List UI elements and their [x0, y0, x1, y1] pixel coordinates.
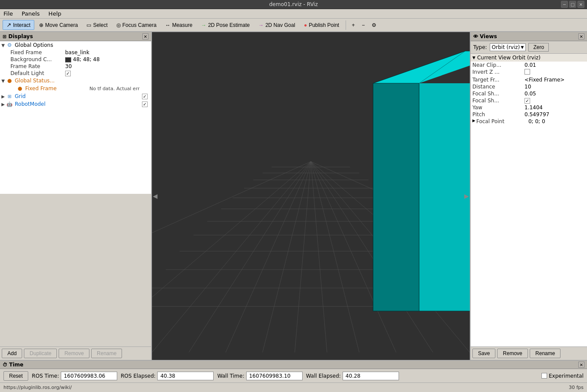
grid-checkbox[interactable]: ✓ [142, 94, 148, 99]
tool-focus-camera[interactable]: ◎ Focus Camera [112, 20, 161, 30]
select-icon: ▭ [86, 22, 91, 28]
ros-elapsed-label: ROS Elapsed: [121, 373, 155, 379]
distance-key: Distance [472, 84, 524, 90]
tree-item-fixed-frame-status[interactable]: ● Fixed Frame No tf data. Actual err [0, 85, 151, 92]
current-view-header[interactable]: ▼ Current View Orbit (rviz) [471, 54, 587, 62]
menu-file[interactable]: File [2, 10, 15, 17]
rename-button[interactable]: Rename [91, 349, 122, 358]
views-rename-button[interactable]: Rename [530, 349, 561, 358]
add-button[interactable]: Add [2, 349, 22, 358]
views-row-focal-sh2[interactable]: Focal Sh... ✓ [471, 97, 587, 104]
type-select[interactable]: Orbit (rviz) ▼ [490, 43, 526, 51]
fixed-frame-status-icon: ● [16, 85, 23, 92]
prop-frame-rate-name: Frame Rate [10, 63, 65, 69]
title-controls: − □ ✕ [561, 1, 584, 8]
tree-item-global-options[interactable]: ▼ ⚙ Global Options [0, 41, 151, 49]
menu-help[interactable]: Help [47, 10, 63, 17]
views-panel-close[interactable]: ✕ [578, 33, 584, 39]
current-view-arrow: ▼ [472, 56, 475, 60]
duplicate-button[interactable]: Duplicate [24, 349, 57, 358]
zero-button[interactable]: Zero [528, 43, 549, 52]
tool-minus-icon[interactable]: − [359, 20, 368, 30]
maximize-button[interactable]: □ [569, 1, 576, 8]
global-status-icon: ● [6, 77, 13, 84]
displays-panel-header: ⊞ Displays ✕ [0, 32, 151, 41]
viewport-arrow-left[interactable]: ◀ [153, 193, 158, 199]
tool-pose-estimate[interactable]: → 2D Pose Estimate [197, 20, 254, 30]
measure-icon: ↔ [165, 22, 170, 28]
tree-item-global-status[interactable]: ▼ ● Global Status... [0, 77, 151, 85]
experimental-checkbox[interactable] [541, 373, 547, 379]
views-remove-button[interactable]: Remove [497, 349, 528, 358]
toolbar-separator [346, 20, 346, 30]
status-fps: 30 fps [569, 385, 584, 390]
viewport-arrow-right[interactable]: ▶ [464, 193, 469, 199]
reset-button[interactable]: Reset [3, 371, 28, 381]
tool-move-camera[interactable]: ⊕ Move Camera [35, 20, 82, 30]
global-status-label: Global Status... [14, 78, 79, 84]
tool-publish-point[interactable]: ● Publish Point [300, 20, 343, 30]
wall-time-input[interactable]: 1607609983.10 [246, 372, 303, 380]
close-button[interactable]: ✕ [577, 1, 584, 8]
default-light-checkbox[interactable]: ✓ [65, 71, 71, 76]
displays-title-label: Displays [8, 33, 33, 39]
invert-z-checkbox[interactable] [524, 69, 530, 75]
ros-time-input[interactable]: 1607609983.06 [61, 372, 117, 380]
invert-z-key: Invert Z ... [472, 69, 524, 76]
focal-sh-checkbox[interactable]: ✓ [524, 98, 530, 104]
tool-measure[interactable]: ↔ Measure [161, 20, 196, 30]
menu-panels[interactable]: Panels [20, 10, 42, 17]
views-panel-title: 👁 Views [473, 33, 497, 39]
experimental-label: Experimental [549, 373, 584, 379]
tool-config-icon[interactable]: ⚙ [369, 20, 379, 30]
wall-elapsed-label: Wall Elapsed: [306, 373, 341, 379]
global-options-label: Global Options [14, 42, 79, 48]
focal-point-val: 0; 0; 0 [528, 118, 585, 124]
views-save-button[interactable]: Save [472, 349, 495, 358]
type-select-arrow: ▼ [521, 45, 524, 49]
toolbar: ↗ Interact ⊕ Move Camera ▭ Select ◎ Focu… [0, 19, 587, 32]
robot-model-checkbox[interactable]: ✓ [142, 101, 148, 107]
prop-frame-rate[interactable]: Frame Rate 30 [0, 63, 151, 70]
prop-fixed-frame-value: base_link [65, 49, 151, 56]
time-panel-close[interactable]: ✕ [578, 362, 584, 368]
views-row-distance[interactable]: Distance 10 [471, 83, 587, 90]
viewport[interactable]: ◀ ▶ [152, 32, 470, 360]
prop-fixed-frame[interactable]: Fixed Frame base_link [0, 49, 151, 56]
displays-panel-close[interactable]: ✕ [142, 33, 148, 39]
grid-label: Grid [14, 93, 142, 99]
ros-elapsed-field: ROS Elapsed: 40.38 [121, 372, 214, 380]
tool-add-icon[interactable]: + [349, 20, 358, 30]
robot-model-icon: 🤖 [6, 101, 13, 108]
views-row-yaw[interactable]: Yaw 1.1404 [471, 104, 587, 111]
display-tree: ▼ ⚙ Global Options Fixed Frame base_link… [0, 41, 151, 194]
near-clip-val: 0.01 [524, 62, 585, 68]
tree-item-grid[interactable]: ▶ ⊞ Grid ✓ [0, 92, 151, 100]
time-fields-row: Reset ROS Time: 1607609983.06 ROS Elapse… [0, 369, 587, 382]
time-panel: ⏱ Time ✕ Reset ROS Time: 1607609983.06 R… [0, 360, 587, 382]
type-label: Type: [473, 44, 487, 50]
views-row-invert-z[interactable]: Invert Z ... [471, 69, 587, 76]
prop-background[interactable]: Background C... 48; 48; 48 [0, 56, 151, 63]
minimize-button[interactable]: − [561, 1, 568, 8]
experimental-area: Experimental [541, 373, 584, 379]
remove-button[interactable]: Remove [59, 349, 89, 358]
focal-sh2-key: Focal Sh... [472, 98, 524, 104]
views-row-focal-point[interactable]: ▶ Focal Point 0; 0; 0 [471, 118, 587, 125]
views-row-pitch[interactable]: Pitch 0.549797 [471, 111, 587, 118]
ros-time-field: ROS Time: 1607609983.06 [32, 372, 117, 380]
wall-time-label: Wall Time: [217, 373, 244, 379]
wall-elapsed-input[interactable]: 40.28 [343, 372, 399, 380]
views-row-focal-sh1[interactable]: Focal Sh... 0.05 [471, 90, 587, 97]
ros-elapsed-input[interactable]: 40.38 [157, 372, 214, 380]
views-row-target-frame[interactable]: Target Fr... <Fixed Frame> [471, 76, 587, 83]
tree-item-robot-model[interactable]: ▶ 🤖 RobotModel ✓ [0, 100, 151, 108]
status-bar: https://pluginlib.ros.org/wiki/ 30 fps [0, 382, 587, 392]
tool-select[interactable]: ▭ Select [82, 20, 111, 30]
tool-interact[interactable]: ↗ Interact [3, 20, 34, 30]
tool-nav-goal[interactable]: → 2D Nav Goal [254, 20, 299, 30]
views-row-near-clip[interactable]: Near Clip... 0.01 [471, 62, 587, 69]
views-title-label: Views [480, 33, 497, 39]
prop-default-light[interactable]: Default Light ✓ [0, 70, 151, 77]
displays-panel: ⊞ Displays ✕ ▼ ⚙ Global Options Fixed Fr… [0, 32, 152, 360]
